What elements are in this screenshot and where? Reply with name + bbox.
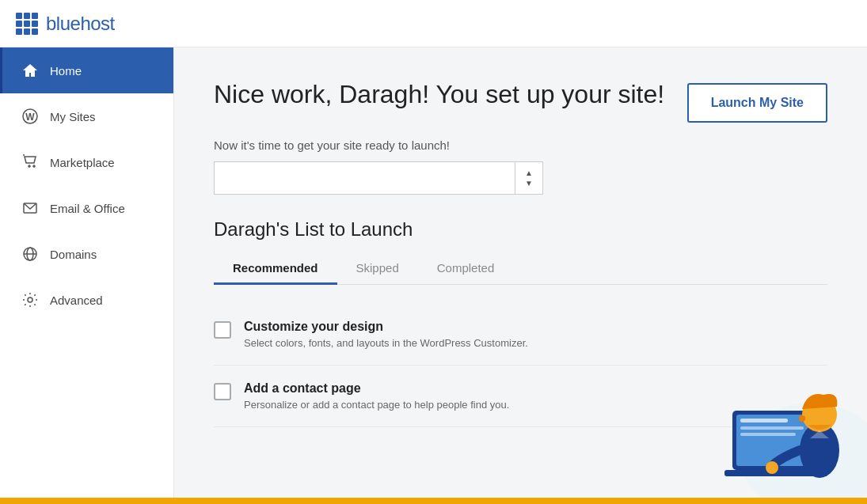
marketplace-icon — [21, 153, 39, 171]
svg-point-16 — [766, 461, 778, 474]
sidebar-item-domains[interactable]: Domains — [0, 231, 173, 277]
tab-completed[interactable]: Completed — [418, 253, 514, 285]
select-arrows[interactable]: ▲ ▼ — [515, 161, 543, 195]
logo-area: bluehost — [16, 13, 115, 35]
wordpress-icon: W — [21, 108, 39, 125]
email-icon — [21, 199, 39, 217]
sidebar-item-email-office-label: Email & Office — [50, 202, 125, 215]
sidebar-item-my-sites-label: My Sites — [50, 110, 96, 123]
svg-rect-12 — [740, 433, 796, 436]
sidebar: Home W My Sites Marketplace — [0, 47, 174, 498]
bottom-bar — [0, 498, 867, 504]
item-text: Customize your design Select colors, fon… — [244, 320, 528, 349]
domains-icon — [21, 245, 39, 263]
item-text: Add a contact page Personalize or add a … — [244, 381, 509, 411]
svg-rect-11 — [740, 426, 804, 430]
arrow-up-icon: ▲ — [525, 169, 533, 177]
sidebar-item-home-label: Home — [50, 64, 82, 78]
sidebar-item-email-office[interactable]: Email & Office — [0, 185, 173, 231]
tabs-container: Recommended Skipped Completed — [214, 253, 827, 285]
advanced-icon — [21, 291, 39, 309]
sidebar-item-marketplace[interactable]: Marketplace — [0, 139, 173, 185]
sidebar-item-my-sites[interactable]: W My Sites — [0, 93, 173, 139]
item-desc-customize: Select colors, fonts, and layouts in the… — [244, 337, 528, 349]
svg-rect-10 — [740, 419, 788, 423]
checkbox-contact-page[interactable] — [214, 383, 231, 400]
launch-site-button[interactable]: Launch My Site — [687, 83, 827, 123]
svg-text:W: W — [25, 112, 35, 123]
svg-point-17 — [799, 415, 805, 422]
sidebar-item-marketplace-label: Marketplace — [50, 156, 115, 169]
logo-text: bluehost — [46, 13, 115, 35]
sidebar-item-advanced[interactable]: Advanced — [0, 277, 173, 323]
content-header: Nice work, Daragh! You set up your site!… — [214, 79, 827, 123]
welcome-title: Nice work, Daragh! You set up your site! — [214, 79, 664, 109]
top-header: bluehost — [0, 0, 867, 47]
tab-skipped[interactable]: Skipped — [337, 253, 418, 285]
svg-point-6 — [28, 297, 32, 302]
sidebar-item-home[interactable]: Home — [0, 47, 173, 93]
item-desc-contact: Personalize or add a contact page to hel… — [244, 399, 509, 411]
home-icon — [21, 62, 39, 79]
sidebar-item-advanced-label: Advanced — [50, 294, 103, 307]
item-title-contact: Add a contact page — [244, 381, 509, 396]
logo-grid-icon — [16, 13, 38, 35]
item-title-customize: Customize your design — [244, 320, 528, 334]
checkbox-customize-design[interactable] — [214, 321, 231, 339]
list-title: Daragh's List to Launch — [214, 218, 827, 241]
illustration — [669, 339, 867, 498]
site-select-wrapper: ▲ ▼ — [214, 161, 827, 195]
content-area: Nice work, Daragh! You set up your site!… — [174, 47, 867, 498]
subtitle: Now it's time to get your site ready to … — [214, 138, 827, 152]
arrow-down-icon: ▼ — [525, 179, 533, 188]
tab-recommended[interactable]: Recommended — [214, 253, 337, 285]
sidebar-item-domains-label: Domains — [50, 248, 97, 261]
site-select-dropdown[interactable] — [214, 161, 515, 195]
main-layout: Home W My Sites Marketplace — [0, 47, 867, 498]
